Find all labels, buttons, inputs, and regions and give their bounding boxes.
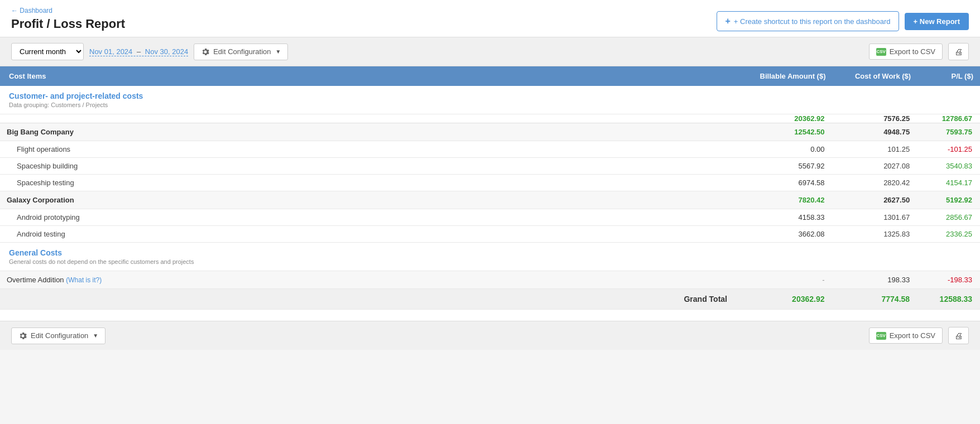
grand-total-pl: 12588.33 bbox=[917, 289, 980, 310]
gear-icon-bottom bbox=[18, 331, 27, 340]
project-row: Flight operations 0.00 101.25 -101.25 bbox=[0, 141, 980, 158]
section-customer-pl: 12786.67 bbox=[917, 114, 980, 123]
print-button-bottom[interactable]: 🖨 bbox=[948, 327, 969, 344]
project-row: Spaceship testing 6974.58 2820.42 4154.1… bbox=[0, 175, 980, 191]
project-billable: 5567.92 bbox=[735, 158, 833, 175]
overtime-cost: 198.33 bbox=[833, 271, 918, 289]
section-general-title[interactable]: General Costs bbox=[9, 248, 971, 257]
toolbar-right: CSV Export to CSV 🖨 bbox=[869, 43, 969, 60]
export-csv-button-top[interactable]: CSV Export to CSV bbox=[869, 44, 943, 60]
section-customer-billable: 20362.92 bbox=[735, 114, 833, 123]
overtime-row: Overtime Addition (What is it?) - 198.33… bbox=[0, 271, 980, 289]
customer-cost: 2627.50 bbox=[833, 191, 918, 209]
page-title: Profit / Loss Report bbox=[11, 17, 125, 31]
project-pl: -101.25 bbox=[917, 141, 980, 158]
col-header-pl: P/L ($) bbox=[917, 66, 980, 86]
overtime-link[interactable]: (What is it?) bbox=[66, 276, 102, 284]
header-left: ← Dashboard Profit / Loss Report bbox=[11, 7, 125, 31]
customer-billable: 12542.50 bbox=[735, 123, 833, 141]
section-general-subtitle: General costs do not depend on the speci… bbox=[9, 258, 971, 265]
customer-billable: 7820.42 bbox=[735, 191, 833, 209]
project-name: Android testing bbox=[0, 226, 735, 243]
customer-name[interactable]: Big Bang Company bbox=[0, 123, 735, 141]
overtime-label: Overtime Addition bbox=[7, 276, 64, 284]
section-customer-cost: 7576.25 bbox=[833, 114, 918, 123]
main-content: Cost Items Billable Amount ($) Cost of W… bbox=[0, 66, 980, 321]
customer-row: Galaxy Corporation 7820.42 2627.50 5192.… bbox=[0, 191, 980, 209]
project-billable: 0.00 bbox=[735, 141, 833, 158]
toolbar: Current month Nov 01, 2024 – Nov 30, 202… bbox=[0, 37, 980, 66]
print-icon-bottom: 🖨 bbox=[954, 331, 963, 340]
export-csv-label-bottom: Export to CSV bbox=[890, 331, 935, 340]
csv-icon: CSV bbox=[876, 48, 886, 56]
grand-total-billable: 20362.92 bbox=[735, 289, 833, 310]
project-row: Android prototyping 4158.33 1301.67 2856… bbox=[0, 209, 980, 226]
back-link[interactable]: ← Dashboard bbox=[11, 7, 125, 15]
create-shortcut-label: + Create shortcut to this report on the … bbox=[734, 17, 891, 26]
project-name: Flight operations bbox=[0, 141, 735, 158]
section-customer-row: Customer- and project-related costs Data… bbox=[0, 86, 980, 114]
customer-row: Big Bang Company 12542.50 4948.75 7593.7… bbox=[0, 123, 980, 141]
top-bar: ← Dashboard Profit / Loss Report + + Cre… bbox=[0, 0, 980, 37]
customer-cost: 4948.75 bbox=[833, 123, 918, 141]
export-csv-label-top: Export to CSV bbox=[890, 47, 935, 56]
gear-icon bbox=[201, 47, 210, 56]
project-pl: 4154.17 bbox=[917, 175, 980, 191]
section-general-row: General Costs General costs do not depen… bbox=[0, 243, 980, 271]
project-cost: 1325.83 bbox=[833, 226, 918, 243]
header-right: + + Create shortcut to this report on th… bbox=[717, 11, 969, 31]
date-separator: – bbox=[137, 47, 141, 56]
project-pl: 3540.83 bbox=[917, 158, 980, 175]
grand-total-label: Grand Total bbox=[0, 289, 735, 310]
plus-icon: + bbox=[725, 16, 730, 26]
new-report-label: + New Report bbox=[914, 17, 960, 26]
project-name: Spaceship testing bbox=[0, 175, 735, 191]
customer-pl: 7593.75 bbox=[917, 123, 980, 141]
period-select[interactable]: Current month bbox=[11, 43, 84, 60]
chevron-down-icon-bottom: ▼ bbox=[93, 333, 98, 339]
edit-config-label-bottom: Edit Configuration bbox=[31, 331, 88, 340]
date-to: Nov 30, 2024 bbox=[145, 47, 188, 56]
project-row: Spaceship building 5567.92 2027.08 3540.… bbox=[0, 158, 980, 175]
project-cost: 2820.42 bbox=[833, 175, 918, 191]
section-customer-subtitle: Data grouping: Customers / Projects bbox=[9, 102, 971, 108]
project-billable: 6974.58 bbox=[735, 175, 833, 191]
create-shortcut-button[interactable]: + + Create shortcut to this report on th… bbox=[717, 11, 899, 31]
chevron-down-icon: ▼ bbox=[276, 49, 281, 55]
csv-icon-bottom: CSV bbox=[876, 332, 886, 340]
section-customer-title[interactable]: Customer- and project-related costs bbox=[9, 91, 971, 100]
overtime-pl: -198.33 bbox=[917, 271, 980, 289]
project-name: Android prototyping bbox=[0, 209, 735, 226]
section-customer-totals-row: 20362.92 7576.25 12786.67 bbox=[0, 114, 980, 123]
grand-total-row: Grand Total 20362.92 7774.58 12588.33 bbox=[0, 289, 980, 310]
edit-config-label-top: Edit Configuration bbox=[213, 47, 271, 56]
date-range[interactable]: Nov 01, 2024 – Nov 30, 2024 bbox=[89, 47, 188, 56]
grand-total-cost: 7774.58 bbox=[833, 289, 918, 310]
project-pl: 2856.67 bbox=[917, 209, 980, 226]
project-cost: 2027.08 bbox=[833, 158, 918, 175]
project-billable: 4158.33 bbox=[735, 209, 833, 226]
overtime-billable: - bbox=[735, 271, 833, 289]
project-billable: 3662.08 bbox=[735, 226, 833, 243]
edit-config-button-bottom[interactable]: Edit Configuration ▼ bbox=[11, 327, 105, 344]
col-header-billable: Billable Amount ($) bbox=[735, 66, 833, 86]
export-csv-button-bottom[interactable]: CSV Export to CSV bbox=[869, 327, 943, 344]
bottom-bar-right: CSV Export to CSV 🖨 bbox=[869, 327, 969, 344]
date-from: Nov 01, 2024 bbox=[89, 47, 132, 56]
project-cost: 1301.67 bbox=[833, 209, 918, 226]
report-table: Cost Items Billable Amount ($) Cost of W… bbox=[0, 66, 980, 310]
customer-pl: 5192.92 bbox=[917, 191, 980, 209]
print-icon: 🖨 bbox=[954, 47, 963, 56]
print-button-top[interactable]: 🖨 bbox=[948, 43, 969, 60]
project-cost: 101.25 bbox=[833, 141, 918, 158]
bottom-bar: Edit Configuration ▼ CSV Export to CSV 🖨 bbox=[0, 321, 980, 350]
col-header-cost-of-work: Cost of Work ($) bbox=[833, 66, 918, 86]
project-name: Spaceship building bbox=[0, 158, 735, 175]
project-row: Android testing 3662.08 1325.83 2336.25 bbox=[0, 226, 980, 243]
new-report-button[interactable]: + New Report bbox=[905, 13, 969, 30]
customer-name[interactable]: Galaxy Corporation bbox=[0, 191, 735, 209]
table-header-row: Cost Items Billable Amount ($) Cost of W… bbox=[0, 66, 980, 86]
col-header-cost-items: Cost Items bbox=[0, 66, 735, 86]
project-pl: 2336.25 bbox=[917, 226, 980, 243]
edit-config-button-top[interactable]: Edit Configuration ▼ bbox=[194, 44, 288, 60]
